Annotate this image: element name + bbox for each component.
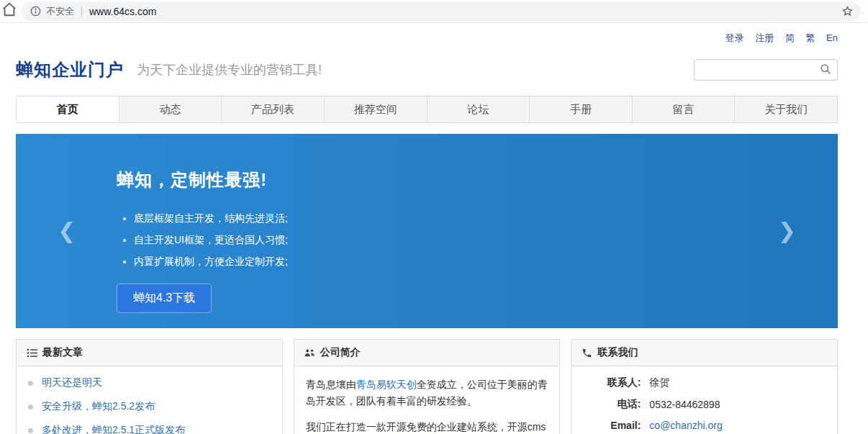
main-nav: 首页 动态 产品列表 推荐空间 论坛 手册 留言 关于我们 xyxy=(16,96,838,123)
panel-title: 公司简介 xyxy=(320,346,361,359)
address-divider xyxy=(81,6,82,17)
panel-title: 联系我们 xyxy=(597,346,638,359)
hero-slide-content: 蝉知，定制性最强! 底层框架自主开发，结构先进灵活; 自主开发UI框架，更适合国… xyxy=(117,168,288,313)
panel-company-profile-body: 青岛息壤由青岛易软天创全资成立，公司位于美丽的青岛开发区，团队有着丰富的研发经验… xyxy=(294,366,560,434)
article-list: 明天还是明天 安全升级，蝉知2.5.2发布 多处改进，蝉知2.5.1正式版发布 xyxy=(28,376,271,434)
list-item: 安全升级，蝉知2.5.2发布 xyxy=(28,400,271,413)
nav-item-featured[interactable]: 推荐空间 xyxy=(325,96,428,122)
bookmark-star-icon[interactable] xyxy=(841,5,854,17)
address-bar[interactable]: 不安全 www.64cs.com xyxy=(22,2,861,21)
users-icon xyxy=(304,348,315,358)
bullet-icon xyxy=(28,404,33,410)
url-text[interactable]: www.64cs.com xyxy=(89,6,841,17)
home-icon[interactable] xyxy=(1,1,17,17)
hero-feature-item: 底层框架自主开发，结构先进灵活; xyxy=(134,210,288,226)
list-item: 明天还是明天 xyxy=(28,376,271,389)
lang-simplified-link[interactable]: 简 xyxy=(785,32,795,43)
nav-item-home[interactable]: 首页 xyxy=(17,96,119,122)
panel-latest-articles-header: 最新文章 xyxy=(17,340,282,366)
phone-icon xyxy=(582,348,592,358)
search-box xyxy=(694,59,838,81)
list-icon xyxy=(27,348,37,358)
hero-feature-item: 自主开发UI框架，更适合国人习惯; xyxy=(134,232,288,248)
panel-latest-articles: 最新文章 明天还是明天 安全升级，蝉知2.5.2发布 多处改进，蝉知2.5.1正… xyxy=(16,339,283,434)
contact-label: 联系人: xyxy=(583,376,641,389)
bullet-icon xyxy=(28,381,33,386)
security-label[interactable]: 不安全 xyxy=(46,5,74,18)
company-text: 青岛息壤由 xyxy=(306,379,356,390)
browser-toolbar: 不安全 www.64cs.com xyxy=(0,0,868,23)
hero-feature-item: 内置扩展机制，方便企业定制开发; xyxy=(134,253,288,269)
hero-carousel: 蝉知，定制性最强! 底层框架自主开发，结构先进灵活; 自主开发UI框架，更适合国… xyxy=(16,134,838,328)
article-link[interactable]: 安全升级，蝉知2.5.2发布 xyxy=(42,400,155,413)
search-button[interactable] xyxy=(816,61,835,78)
carousel-next-icon[interactable]: ❯ xyxy=(778,220,796,242)
contact-label: 电话: xyxy=(583,398,641,411)
contact-row: 电话: 0532-84462898 xyxy=(583,398,826,411)
panel-contact-us-body: 联系人: 徐贺 电话: 0532-84462898 Email: co@chan… xyxy=(571,366,837,434)
bottom-panels: 最新文章 明天还是明天 安全升级，蝉知2.5.2发布 多处改进，蝉知2.5.1正… xyxy=(16,339,838,434)
list-item: 多处改进，蝉知2.5.1正式版发布 xyxy=(28,424,271,434)
panel-company-profile-header: 公司简介 xyxy=(294,340,560,366)
search-icon xyxy=(820,63,831,75)
hero-feature-list: 底层框架自主开发，结构先进灵活; 自主开发UI框架，更适合国人习惯; 内置扩展机… xyxy=(134,210,288,269)
bullet-icon xyxy=(28,428,33,433)
carousel-prev-icon[interactable]: ❮ xyxy=(58,220,76,242)
page-container: 登录 注册 简 繁 En 蝉知企业门户 为天下企业提供专业的营销工具! 首页 动… xyxy=(16,23,838,434)
article-link[interactable]: 明天还是明天 xyxy=(42,376,102,389)
company-paragraph: 青岛息壤由青岛易软天创全资成立，公司位于美丽的青岛开发区，团队有着丰富的研发经验… xyxy=(306,376,548,410)
contact-value: 徐贺 xyxy=(649,376,669,389)
contact-value: 0532-84462898 xyxy=(649,399,720,410)
company-paragraph: 我们正在打造一款开源免费的企业建站系统，开源cms系统，将技术上的先进性和易学易… xyxy=(306,419,548,434)
hero-title: 蝉知，定制性最强! xyxy=(117,168,288,191)
nav-item-message[interactable]: 留言 xyxy=(633,96,736,122)
site-slogan: 为天下企业提供专业的营销工具! xyxy=(137,61,322,78)
user-links: 登录 注册 简 繁 En xyxy=(16,23,838,45)
login-link[interactable]: 登录 xyxy=(725,32,744,43)
contact-email-link[interactable]: co@chanzhi.org xyxy=(649,420,722,431)
panel-contact-us-header: 联系我们 xyxy=(571,340,837,366)
company-link[interactable]: 青岛易软天创 xyxy=(356,379,417,390)
register-link[interactable]: 注册 xyxy=(755,32,774,43)
contact-row: 联系人: 徐贺 xyxy=(583,376,826,389)
nav-item-forum[interactable]: 论坛 xyxy=(428,96,530,122)
lang-traditional-link[interactable]: 繁 xyxy=(805,32,815,43)
nav-item-products[interactable]: 产品列表 xyxy=(222,96,325,122)
nav-item-about[interactable]: 关于我们 xyxy=(735,96,837,122)
lang-english-link[interactable]: En xyxy=(826,32,838,43)
site-header: 蝉知企业门户 为天下企业提供专业的营销工具! xyxy=(16,53,838,86)
info-icon[interactable] xyxy=(30,6,41,17)
contact-label: Email: xyxy=(583,420,641,431)
site-title[interactable]: 蝉知企业门户 xyxy=(16,58,124,81)
contact-row: Email: co@chanzhi.org xyxy=(583,420,826,431)
panel-company-profile: 公司简介 青岛息壤由青岛易软天创全资成立，公司位于美丽的青岛开发区，团队有着丰富… xyxy=(294,339,561,434)
article-link[interactable]: 多处改进，蝉知2.5.1正式版发布 xyxy=(42,424,185,434)
panel-contact-us: 联系我们 联系人: 徐贺 电话: 0532-84462898 Email: co… xyxy=(571,339,838,434)
nav-item-manual[interactable]: 手册 xyxy=(530,96,633,122)
download-button[interactable]: 蝉知4.3下载 xyxy=(117,284,212,313)
nav-item-news[interactable]: 动态 xyxy=(119,96,222,122)
panel-latest-articles-body: 明天还是明天 安全升级，蝉知2.5.2发布 多处改进，蝉知2.5.1正式版发布 xyxy=(17,366,282,434)
panel-title: 最新文章 xyxy=(42,346,83,359)
